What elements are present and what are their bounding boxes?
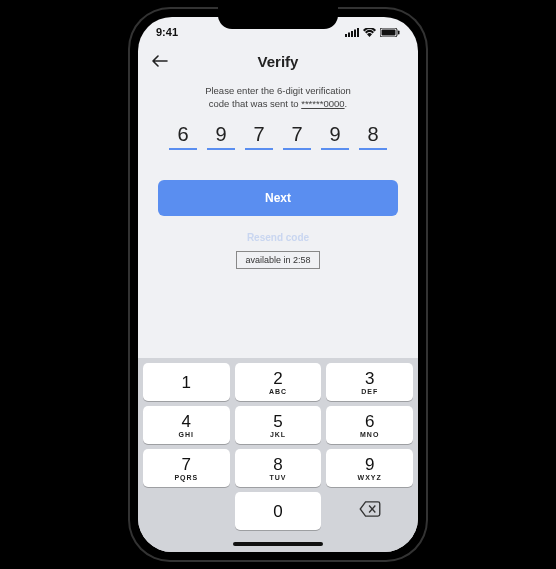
svg-rect-3 <box>354 29 356 37</box>
keypad-num: 1 <box>182 374 191 391</box>
keypad-num: 9 <box>365 456 374 473</box>
instruction-line2-suffix: . <box>345 98 348 109</box>
backspace-icon <box>359 501 381 521</box>
keypad-letters: DEF <box>361 388 378 395</box>
code-digit-1[interactable]: 6 <box>169 123 197 150</box>
keypad-key-1[interactable]: 1 <box>143 363 230 401</box>
code-digit-6[interactable]: 8 <box>359 123 387 150</box>
code-digit-4[interactable]: 7 <box>283 123 311 150</box>
svg-rect-4 <box>357 28 359 37</box>
keypad-letters: JKL <box>270 431 286 438</box>
keypad-blank <box>143 492 230 530</box>
keypad-key-3[interactable]: 3DEF <box>326 363 413 401</box>
keypad-key-2[interactable]: 2ABC <box>235 363 322 401</box>
keypad-letters: TUV <box>270 474 287 481</box>
keypad-key-4[interactable]: 4GHI <box>143 406 230 444</box>
code-digit-5[interactable]: 9 <box>321 123 349 150</box>
verification-code-row: 6 9 7 7 9 8 <box>138 113 418 156</box>
instruction-line1: Please enter the 6-digit verification <box>205 85 351 96</box>
status-time: 9:41 <box>156 26 178 38</box>
keypad-num: 3 <box>365 370 374 387</box>
keypad-key-8[interactable]: 8TUV <box>235 449 322 487</box>
keypad-num: 5 <box>273 413 282 430</box>
resend-code-link[interactable]: Resend code <box>138 232 418 243</box>
code-digit-2[interactable]: 9 <box>207 123 235 150</box>
keypad-num: 0 <box>273 503 282 520</box>
svg-rect-7 <box>398 30 400 34</box>
keypad-num: 2 <box>273 370 282 387</box>
svg-rect-1 <box>348 32 350 37</box>
svg-rect-0 <box>345 34 347 37</box>
svg-rect-2 <box>351 31 353 37</box>
notch <box>218 7 338 29</box>
keypad-letters: WXYZ <box>358 474 382 481</box>
masked-phone: ******0000 <box>301 98 344 109</box>
svg-rect-6 <box>382 29 396 35</box>
keypad-num: 7 <box>182 456 191 473</box>
keypad-key-5[interactable]: 5JKL <box>235 406 322 444</box>
next-button[interactable]: Next <box>158 180 398 216</box>
battery-icon <box>380 28 400 37</box>
keypad-letters: PQRS <box>174 474 198 481</box>
home-indicator[interactable] <box>138 536 418 552</box>
status-icons <box>345 28 400 37</box>
wifi-icon <box>363 28 376 37</box>
header: Verify <box>138 47 418 80</box>
spacer <box>138 269 418 358</box>
back-arrow-icon[interactable] <box>152 53 168 71</box>
keypad-letters: ABC <box>269 388 287 395</box>
keypad-num: 4 <box>182 413 191 430</box>
code-digit-3[interactable]: 7 <box>245 123 273 150</box>
screen: 9:41 Verify Please enter the 6-digit ver… <box>138 17 418 552</box>
keypad-letters: GHI <box>179 431 194 438</box>
keypad-key-9[interactable]: 9WXYZ <box>326 449 413 487</box>
numeric-keypad: 12ABC3DEF4GHI5JKL6MNO7PQRS8TUV9WXYZ0 <box>138 358 418 536</box>
backspace-key[interactable] <box>326 492 413 530</box>
phone-frame: 9:41 Verify Please enter the 6-digit ver… <box>128 7 428 562</box>
keypad-num: 6 <box>365 413 374 430</box>
keypad-key-7[interactable]: 7PQRS <box>143 449 230 487</box>
keypad-num: 8 <box>273 456 282 473</box>
page-title: Verify <box>152 53 404 70</box>
keypad-key-6[interactable]: 6MNO <box>326 406 413 444</box>
instruction-line2-prefix: code that was sent to <box>209 98 301 109</box>
cellular-signal-icon <box>345 28 359 37</box>
instruction-text: Please enter the 6-digit verification co… <box>138 80 418 113</box>
resend-availability: available in 2:58 <box>236 251 319 269</box>
keypad-key-0[interactable]: 0 <box>235 492 322 530</box>
keypad-letters: MNO <box>360 431 379 438</box>
